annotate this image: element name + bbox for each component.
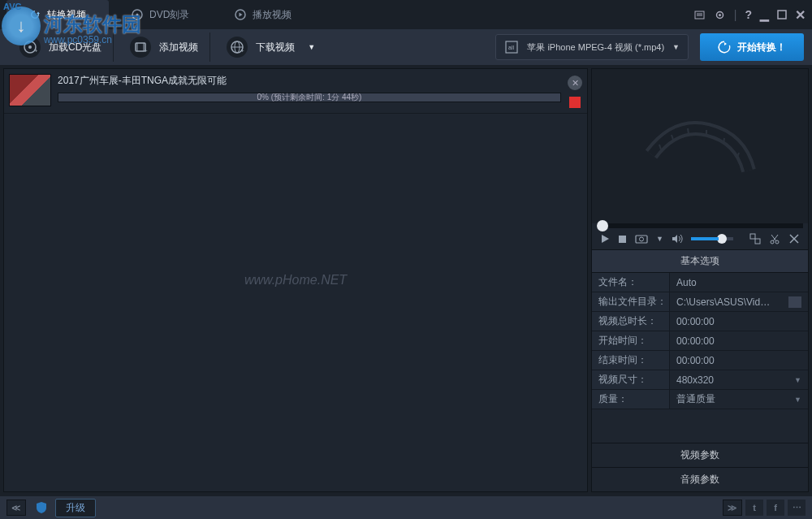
svg-rect-28: [619, 236, 626, 243]
tab-bar: 转换视频 DVD刻录 播放视频 | ? ▁ ✕: [0, 0, 812, 29]
filename-field[interactable]: Auto: [670, 273, 808, 292]
start-time-field[interactable]: 00:00:00: [670, 331, 808, 350]
video-size-select[interactable]: 480x320▼: [670, 370, 808, 389]
quality-select[interactable]: 普通质量▼: [670, 390, 808, 409]
refresh-icon: [718, 41, 731, 54]
add-video-button[interactable]: + 添加视频: [119, 32, 210, 62]
play-circle-icon: [235, 9, 246, 20]
twitter-icon[interactable]: t: [745, 500, 763, 516]
minimize-icon[interactable]: ▁: [760, 8, 769, 21]
film-plus-icon: +: [130, 37, 151, 58]
volume-slider[interactable]: [691, 237, 733, 240]
collapse-right-button[interactable]: ≫: [723, 500, 742, 516]
load-cd-button[interactable]: + 加载CD光盘: [8, 32, 114, 62]
svg-text:all: all: [508, 45, 514, 50]
tab-label: 转换视频: [47, 8, 86, 22]
volume-icon[interactable]: [672, 234, 683, 244]
file-title: 2017广州车展-丰田TNGA成就无限可能: [58, 74, 561, 88]
svg-point-10: [28, 45, 32, 49]
remove-item-button[interactable]: ✕: [568, 76, 582, 90]
start-convert-button[interactable]: 开始转换！: [700, 33, 804, 61]
tab-dvd-burn[interactable]: DVD刻录: [109, 0, 212, 29]
audio-params-section[interactable]: 音频参数: [592, 467, 808, 491]
facebook-icon[interactable]: f: [767, 500, 784, 516]
tab-play-video[interactable]: 播放视频: [212, 0, 314, 29]
right-panel: ▼ 基本选项 文件名：Auto 输出文件目录：C:\Users\ASUS\Vid…: [591, 68, 809, 492]
share-icon[interactable]: ⋯: [788, 500, 806, 516]
shield-icon: [36, 501, 47, 514]
gear-icon[interactable]: [714, 9, 726, 21]
disc-icon: [132, 9, 143, 20]
output-dir-field[interactable]: C:\Users\ASUS\Videos\...: [670, 292, 808, 311]
video-thumbnail: [9, 74, 51, 106]
tab-label: 播放视频: [253, 8, 292, 22]
center-watermark: www.pHome.NET: [244, 273, 347, 288]
svg-rect-8: [778, 11, 786, 19]
video-params-section[interactable]: 视频参数: [592, 443, 808, 467]
duration-value: 00:00:00: [670, 312, 808, 331]
svg-point-30: [640, 237, 644, 241]
stop-item-button[interactable]: [569, 97, 581, 108]
tab-label: DVD刻录: [149, 8, 189, 22]
refresh-icon: [29, 9, 41, 20]
basic-options-table: 文件名：Auto 输出文件目录：C:\Users\ASUS\Videos\...…: [592, 273, 808, 409]
bottom-bar: ≪ 升级 ≫ t f ⋯: [0, 496, 812, 519]
browse-folder-icon[interactable]: [788, 296, 801, 308]
seek-bar[interactable]: [597, 223, 803, 228]
output-format-selector[interactable]: all 苹果 iPhone MPEG-4 视频 (*.mp4) ▼: [495, 34, 689, 60]
svg-text:+: +: [144, 47, 148, 54]
stop-icon[interactable]: [618, 235, 627, 244]
svg-point-1: [136, 14, 139, 16]
cd-plus-icon: +: [19, 37, 41, 58]
svg-line-26: [723, 138, 724, 144]
svg-rect-29: [636, 236, 647, 243]
player-controls: ▼: [592, 228, 808, 249]
collapse-left-button[interactable]: ≪: [6, 500, 26, 516]
basic-options-header: 基本选项: [592, 249, 808, 273]
cut-icon[interactable]: [769, 233, 780, 244]
file-item[interactable]: 2017广州车展-丰田TNGA成就无限可能 0% (预计剩余时间: 1分 44秒…: [4, 69, 587, 114]
svg-rect-31: [750, 234, 755, 239]
filmstrip-icon: [643, 106, 757, 187]
svg-text:+: +: [240, 47, 244, 54]
play-icon[interactable]: [600, 234, 610, 244]
end-time-field[interactable]: 00:00:00: [670, 351, 808, 370]
window-controls: | ? ▁ ✕: [693, 7, 806, 23]
svg-point-7: [719, 14, 721, 16]
svg-rect-32: [755, 239, 760, 244]
tab-convert-video[interactable]: 转换视频: [6, 0, 109, 29]
toolbar: + 加载CD光盘 + 添加视频 + 下载视频 ▼ all 苹果 iPhone M…: [0, 29, 812, 65]
svg-text:+: +: [34, 47, 37, 54]
maximize-icon[interactable]: [777, 10, 787, 19]
file-list: 2017广州车展-丰田TNGA成就无限可能 0% (预计剩余时间: 1分 44秒…: [3, 68, 588, 492]
progress-bar: 0% (预计剩余时间: 1分 44秒): [58, 93, 561, 102]
chevron-down-icon: ▼: [308, 43, 315, 51]
menu-icon[interactable]: [693, 9, 706, 21]
close-icon[interactable]: ✕: [795, 7, 806, 23]
chevron-down-icon: ▼: [672, 43, 680, 51]
snapshot-icon[interactable]: [635, 234, 648, 244]
link-icon[interactable]: [749, 233, 761, 244]
video-preview: [592, 69, 808, 223]
download-video-button[interactable]: + 下载视频 ▼: [215, 32, 326, 62]
format-grid-icon: all: [504, 40, 519, 54]
svg-line-24: [688, 128, 689, 134]
globe-plus-icon: +: [227, 37, 248, 58]
crop-icon[interactable]: [788, 233, 800, 244]
upgrade-button[interactable]: 升级: [55, 499, 96, 517]
help-icon[interactable]: ?: [745, 8, 752, 21]
